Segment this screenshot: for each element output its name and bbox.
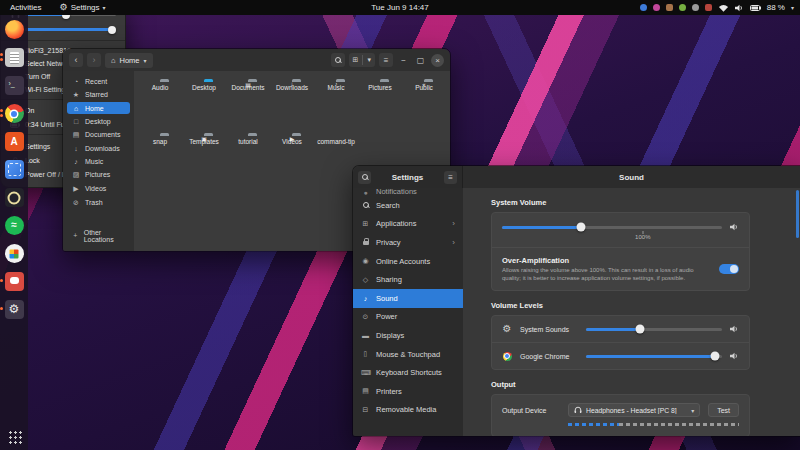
output-device-label: Output Device (502, 407, 560, 414)
sidebar-item-mouse-touchpad[interactable]: ▯Mouse & Touchpad (353, 345, 463, 364)
folder-snap[interactable]: snap (138, 132, 182, 184)
dock-office[interactable] (5, 244, 24, 263)
menu-brightness-slider[interactable] (25, 28, 116, 31)
sidebar-item-recent[interactable]: ◔Recent (67, 75, 130, 87)
sound-panel: System Volume 100% Over-Amplification Al… (463, 188, 800, 436)
tray-icon-2[interactable] (653, 4, 660, 11)
battery-icon (750, 5, 761, 11)
tray-icon-5[interactable] (692, 4, 699, 11)
minimize-button[interactable]: − (397, 54, 410, 67)
folder-downloads[interactable]: ↓Downloads (270, 78, 314, 130)
system-volume-card: 100% Over-Amplification Allows raising t… (491, 212, 750, 291)
dock-terminal[interactable] (5, 76, 24, 95)
sidebar-item-music[interactable]: ♪Music (67, 155, 130, 167)
dock-firefox[interactable] (5, 20, 24, 39)
close-button[interactable]: × (431, 54, 444, 67)
dock-settings[interactable]: ⚙ (5, 300, 24, 319)
sidebar-item-sound[interactable]: ♪Sound (353, 289, 463, 308)
volume-levels-card: ⚙ System Sounds Google Chrome (491, 315, 750, 370)
sidebar-item-power[interactable]: ⊙Power (353, 308, 463, 327)
system-sounds-slider[interactable] (586, 328, 722, 331)
show-applications-button[interactable] (7, 429, 22, 444)
system-volume-slider[interactable]: 100% (502, 226, 722, 229)
tray-icon-6[interactable] (705, 4, 712, 11)
path-button[interactable]: ⌂ Home ▾ (105, 53, 153, 68)
activities-button[interactable]: Activities (6, 3, 46, 12)
folder-desktop[interactable]: Desktop (182, 78, 226, 130)
folder-templates[interactable]: ▣Templates (182, 132, 226, 184)
app-menu[interactable]: ⚙ Settings ▾ (60, 3, 106, 12)
google-chrome-icon (502, 351, 512, 361)
slider-thumb[interactable] (636, 325, 645, 334)
sidebar-item-other-locations[interactable]: +Other Locations (67, 226, 130, 245)
test-button[interactable]: Test (708, 403, 739, 417)
folder-pictures[interactable]: Pictures (358, 78, 402, 130)
sidebar-item-privacy[interactable]: Privacy› (353, 233, 463, 252)
picture-icon: ▨ (72, 171, 80, 179)
scrollbar[interactable] (796, 190, 799, 238)
sidebar-item-online-accounts[interactable]: ◉Online Accounts (353, 252, 463, 271)
slider-thumb[interactable] (108, 26, 116, 34)
back-button[interactable]: ‹ (69, 53, 83, 67)
menu-button[interactable]: ≡ (379, 53, 393, 67)
tray-icon-1[interactable] (640, 4, 647, 11)
folder-documents[interactable]: ▤Documents (226, 78, 270, 130)
dock-text-editor[interactable] (5, 48, 24, 67)
tray-icon-3[interactable] (666, 4, 673, 11)
folder-music[interactable]: ♪Music (314, 78, 358, 130)
home-icon: ⌂ (111, 56, 116, 65)
sidebar-item-downloads[interactable]: ↓Downloads (67, 142, 130, 154)
dock-spotify[interactable]: ≈ (5, 216, 24, 235)
removable-media-icon: ⊟ (361, 406, 370, 414)
video-icon: ▶ (72, 185, 80, 193)
sidebar-item-starred[interactable]: ★Starred (67, 88, 130, 101)
folder-tutorial[interactable]: tutorial (226, 132, 270, 184)
dock-chat[interactable] (5, 272, 24, 291)
folder-audio[interactable]: Audio (138, 78, 182, 130)
chevron-right-icon: › (452, 238, 455, 247)
slider-thumb[interactable] (577, 223, 586, 232)
dock-media-player[interactable] (5, 188, 24, 207)
maximize-button[interactable]: ▢ (414, 54, 427, 67)
folder-public[interactable]: «Public (402, 78, 446, 130)
slider-thumb[interactable] (711, 352, 720, 361)
sidebar-item-sharing[interactable]: ◇Sharing (353, 270, 463, 289)
battery-percent: 88 % (767, 3, 785, 12)
sidebar-item-applications[interactable]: ⊞Applications› (353, 215, 463, 234)
sidebar-item-search[interactable]: Search (353, 196, 463, 215)
sidebar-item-home[interactable]: ⌂Home (67, 102, 130, 114)
dock-ubuntu-software[interactable]: A (5, 132, 24, 151)
settings-title: Settings (371, 173, 444, 182)
speaker-icon (730, 352, 739, 360)
view-toggle[interactable]: ⊞▾ (349, 53, 375, 67)
sidebar-item-desktop[interactable]: □Desktop (67, 115, 130, 127)
folder-videos[interactable]: ▶Videos (270, 132, 314, 184)
sidebar-item-printers[interactable]: ▤Printers (353, 382, 463, 401)
sidebar-item-documents[interactable]: ▤Documents (67, 128, 130, 141)
forward-button[interactable]: › (87, 53, 101, 67)
speaker-icon (730, 223, 739, 231)
sidebar-item-videos[interactable]: ▶Videos (67, 182, 130, 195)
output-card: Output Device Headphones - Headset [PC 8… (491, 394, 750, 436)
output-device-dropdown[interactable]: Headphones - Headset [PC 8] ▾ (568, 403, 700, 417)
search-button[interactable] (331, 53, 345, 67)
settings-menu-button[interactable]: ≡ (444, 171, 457, 184)
sidebar-item-keyboard-shortcuts[interactable]: ⌨Keyboard Shortcuts (353, 363, 463, 382)
sidebar-item-displays[interactable]: ▬Displays (353, 326, 463, 345)
sidebar-item-notifications[interactable]: ●Notifications (353, 188, 463, 196)
path-label: Home (120, 56, 140, 65)
grid-view-icon: ⊞ (349, 56, 363, 64)
plus-icon: + (72, 232, 79, 239)
system-sounds-icon: ⚙ (502, 324, 512, 334)
dock-chrome[interactable] (5, 104, 24, 123)
files-sidebar: ◔Recent ★Starred ⌂Home □Desktop ▤Documen… (63, 71, 134, 251)
google-chrome-slider[interactable] (586, 355, 722, 358)
over-amplification-toggle[interactable] (719, 264, 739, 274)
dock-screen-tool[interactable] (5, 160, 24, 179)
sidebar-item-removable-media[interactable]: ⊟Removable Media (353, 401, 463, 420)
tray-icon-4[interactable] (679, 4, 686, 11)
sidebar-item-trash[interactable]: ⊘Trash (67, 196, 130, 209)
sidebar-item-pictures[interactable]: ▨Pictures (67, 168, 130, 181)
settings-search-button[interactable] (358, 171, 371, 184)
system-menu-caret-icon[interactable]: ▾ (791, 4, 794, 11)
